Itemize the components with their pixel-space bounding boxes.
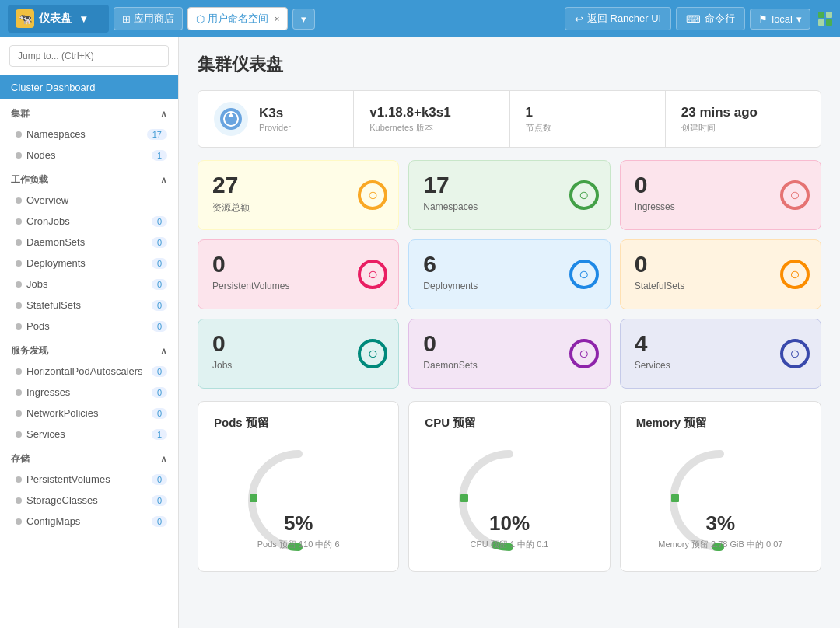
dot-icon [16,239,22,246]
section-collapse-icon[interactable]: ∧ [160,175,167,186]
daemonsets-badge: 0 [152,237,167,248]
terminal-icon: ⌨ [686,13,701,25]
sidebar-section-service-discovery: 服务发现 ∧ [0,337,178,361]
section-collapse-icon[interactable]: ∧ [160,109,167,120]
sidebar-item-deployments[interactable]: Deployments 0 [0,253,178,274]
gauge-sub: CPU 预留 1 中的 0.1 [471,539,549,550]
nodes-badge: 1 [152,150,167,161]
dot-icon [16,323,22,330]
dot-icon [16,410,22,417]
cluster-info-nodes: 1 节点数 [510,91,666,147]
stat-label: Ingresses [635,201,807,212]
pv-badge: 0 [152,474,167,485]
gauge-card-1: CPU 预留 10% CPU 预留 1 中的 0.1 [408,401,610,572]
sidebar-item-hpa[interactable]: HorizontalPodAutoscalers 0 [0,361,178,382]
stat-circle-icon: ○ [358,260,387,289]
stat-circle-icon: ○ [780,339,810,368]
stats-grid: 27 资源总额 ○ 17 Namespaces ○ 0 Ingresses ○ … [198,160,821,389]
stat-card-namespaces[interactable]: 17 Namespaces ○ [408,160,610,230]
cluster-chevron-icon: ▾ [796,13,802,25]
stat-card-ingresses[interactable]: 0 Ingresses ○ [620,160,821,230]
dot-icon [16,260,22,267]
svg-rect-5 [671,494,679,502]
cluster-version-label: Kubernetes 版本 [369,122,450,134]
stat-label: Deployments [423,281,595,291]
stat-card-statefulsets[interactable]: 0 StatefulSets ○ [620,239,821,309]
grid-menu-icon[interactable] [818,12,832,26]
app-store-btn[interactable]: ⊞ 应用商店 [114,7,183,30]
sidebar-item-jobs[interactable]: Jobs 0 [0,274,178,295]
sidebar-item-overview[interactable]: Overview [0,190,178,211]
sidebar-item-pods[interactable]: Pods 0 [0,316,178,337]
dot-icon [16,497,22,504]
sidebar-item-nodes[interactable]: Nodes 1 [0,145,178,166]
section-collapse-icon[interactable]: ∧ [160,346,167,357]
user-namespace-close[interactable]: × [275,14,279,23]
gauge-percent: 5% [284,511,313,536]
gauge-card-0: Pods 预留 5% Pods 预留 110 中的 6 [198,401,399,572]
stat-card-deployments[interactable]: 6 Deployments ○ [408,239,610,309]
section-collapse-icon[interactable]: ∧ [160,454,167,465]
sidebar-item-daemonsets[interactable]: DaemonSets 0 [0,232,178,253]
sidebar-item-services[interactable]: Services 1 [0,424,178,445]
user-namespace-tab[interactable]: ⬡ 用户命名空间 × [187,7,288,30]
svg-rect-4 [460,494,468,502]
cmd-line-btn[interactable]: ⌨ 命令行 [676,7,745,30]
sidebar-item-statefulsets[interactable]: StatefulSets 0 [0,295,178,316]
stat-card-services[interactable]: 4 Services ○ [620,319,821,389]
dot-icon [16,518,22,525]
cluster-info-version: v1.18.8+k3s1 Kubernetes 版本 [354,91,509,147]
return-rancher-btn[interactable]: ↩ 返回 Rancher UI [565,7,671,30]
gauge-grid: Pods 预留 5% Pods 预留 110 中的 6 CPU 预留 10% C… [198,401,821,572]
stat-circle-icon: ○ [569,260,599,289]
stat-card-persistentvolumes[interactable]: 0 PersistentVolumes ○ [198,239,399,309]
dot-icon [16,281,22,288]
sidebar-item-namespaces[interactable]: Namespaces 17 [0,124,178,145]
sidebar-active-item[interactable]: Cluster Dashboard [0,75,178,99]
sidebar-item-networkpolicies[interactable]: NetworkPolicies 0 [0,403,178,424]
cluster-version-value: v1.18.8+k3s1 [369,105,450,120]
jobs-badge: 0 [152,279,167,290]
stat-circle-icon: ○ [358,339,387,368]
ingresses-badge: 0 [152,387,167,398]
dot-icon [16,389,22,396]
logo-text: 仪表盘 [39,12,72,26]
stat-label: StatefulSets [635,281,807,291]
sidebar-search-area [0,37,178,75]
stat-card-资源总额[interactable]: 27 资源总额 ○ [198,160,399,230]
gauge-sub: Memory 预留 2.78 GiB 中的 0.07 [658,539,782,550]
cluster-nodes-label: 节点数 [526,122,551,134]
dot-icon [16,476,22,483]
sidebar-item-cronjobs[interactable]: CronJobs 0 [0,211,178,232]
cluster-selector[interactable]: ⚑ local ▾ [750,9,810,30]
gauge-title: Pods 预留 [214,416,269,431]
sidebar-search-input[interactable] [9,45,169,67]
stat-circle-icon: ○ [780,260,810,289]
gauge-svg [658,438,782,508]
stat-label: Services [635,360,807,371]
cluster-info-created: 23 mins ago 创建时间 [666,91,821,147]
section-cluster-label: 集群 [11,107,30,120]
sidebar-section-workload: 工作负载 ∧ [0,166,178,190]
logo-area[interactable]: 🐄 仪表盘 ▾ [8,5,109,33]
pods-badge: 0 [152,321,167,332]
cm-badge: 0 [152,516,167,527]
sidebar-section-storage: 存储 ∧ [0,445,178,469]
sidebar-item-configmaps[interactable]: ConfigMaps 0 [0,511,178,532]
stat-card-daemonsets[interactable]: 0 DaemonSets ○ [408,319,610,389]
stat-circle-icon: ○ [358,180,387,210]
dot-icon [16,197,22,204]
stat-label: PersistentVolumes [212,281,384,291]
dot-icon [16,302,22,309]
gauge-title: CPU 预留 [425,416,476,431]
section-service-discovery-label: 服务发现 [11,344,48,358]
logo-icon: 🐄 [16,9,34,28]
k3s-logo [214,102,248,136]
sidebar-item-persistentvolumes[interactable]: PersistentVolumes 0 [0,469,178,490]
sidebar-item-storageclasses[interactable]: StorageClasses 0 [0,490,178,511]
cluster-provider-label: Provider [259,123,291,132]
sidebar-item-ingresses[interactable]: Ingresses 0 [0,382,178,403]
namespace-dropdown-btn[interactable]: ▾ [292,9,315,30]
dot-icon [16,368,22,375]
stat-card-jobs[interactable]: 0 Jobs ○ [198,319,399,389]
